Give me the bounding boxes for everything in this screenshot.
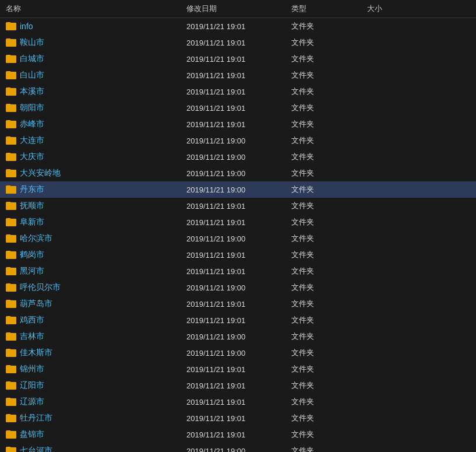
folder-icon [6, 414, 16, 422]
file-name-cell: 白城市 [0, 54, 186, 64]
file-name: 大连市 [20, 135, 44, 146]
table-row[interactable]: 哈尔滨市2019/11/21 19:00文件夹 [0, 230, 476, 247]
file-type: 文件夹 [291, 217, 367, 227]
header-type[interactable]: 类型 [291, 3, 367, 14]
file-date: 2019/11/21 19:00 [186, 185, 291, 194]
table-row[interactable]: 辽阳市2019/11/21 19:01文件夹 [0, 377, 476, 394]
table-row[interactable]: 吉林市2019/11/21 19:00文件夹 [0, 328, 476, 345]
folder-icon [6, 218, 16, 226]
folder-icon [6, 136, 16, 145]
file-type: 文件夹 [291, 397, 367, 407]
file-name: 呼伦贝尔市 [20, 282, 61, 293]
file-type: 文件夹 [291, 413, 367, 423]
file-date: 2019/11/21 19:01 [186, 218, 291, 227]
file-date: 2019/11/21 19:01 [186, 104, 291, 113]
file-name: 七台河市 [20, 446, 52, 452]
file-type: 文件夹 [291, 119, 367, 129]
file-date: 2019/11/21 19:01 [186, 430, 291, 439]
folder-icon [6, 430, 16, 439]
file-name: 鸡西市 [20, 315, 44, 325]
file-date: 2019/11/21 19:01 [186, 398, 291, 407]
folder-icon [6, 104, 16, 112]
file-name-cell: 锦州市 [0, 364, 186, 374]
file-type: 文件夹 [291, 348, 367, 358]
table-row[interactable]: 阜新市2019/11/21 19:01文件夹 [0, 214, 476, 230]
header-date[interactable]: 修改日期 [186, 3, 291, 14]
header-name[interactable]: 名称 [0, 3, 186, 14]
table-row[interactable]: 大兴安岭地2019/11/21 19:00文件夹 [0, 165, 476, 181]
file-name: 哈尔滨市 [20, 233, 52, 244]
folder-icon [6, 185, 16, 194]
table-row[interactable]: 辽源市2019/11/21 19:01文件夹 [0, 394, 476, 410]
table-row[interactable]: 呼伦贝尔市2019/11/21 19:00文件夹 [0, 279, 476, 296]
file-name: 黑河市 [20, 266, 44, 276]
table-row[interactable]: 盘锦市2019/11/21 19:01文件夹 [0, 426, 476, 443]
table-row[interactable]: 丹东市2019/11/21 19:00文件夹 [0, 181, 476, 198]
folder-icon [6, 153, 16, 161]
file-date: 2019/11/21 19:00 [186, 169, 291, 178]
table-row[interactable]: 白山市2019/11/21 19:01文件夹 [0, 67, 476, 83]
file-name-cell: 赤峰市 [0, 119, 186, 129]
table-row[interactable]: 七台河市2019/11/21 19:00文件夹 [0, 443, 476, 452]
file-type: 文件夹 [291, 282, 367, 293]
file-name-cell: 朝阳市 [0, 103, 186, 113]
table-row[interactable]: 鹤岗市2019/11/21 19:01文件夹 [0, 247, 476, 263]
header-size[interactable]: 大小 [367, 3, 425, 14]
table-row[interactable]: 鸡西市2019/11/21 19:01文件夹 [0, 312, 476, 328]
table-row[interactable]: 白城市2019/11/21 19:01文件夹 [0, 51, 476, 67]
file-name: 白山市 [20, 70, 44, 80]
folder-icon [6, 71, 16, 79]
file-name-cell: 鸡西市 [0, 315, 186, 325]
table-row[interactable]: 朝阳市2019/11/21 19:01文件夹 [0, 100, 476, 116]
file-type: 文件夹 [291, 86, 367, 97]
folder-icon [6, 38, 16, 47]
file-date: 2019/11/21 19:01 [186, 38, 291, 47]
folder-icon [6, 169, 16, 177]
folder-icon [6, 316, 16, 324]
file-date: 2019/11/21 19:01 [186, 414, 291, 423]
table-row[interactable]: 赤峰市2019/11/21 19:01文件夹 [0, 116, 476, 132]
table-row[interactable]: 本溪市2019/11/21 19:01文件夹 [0, 83, 476, 100]
file-name-cell: 盘锦市 [0, 429, 186, 440]
folder-icon [6, 365, 16, 373]
table-row[interactable]: 佳木斯市2019/11/21 19:00文件夹 [0, 345, 476, 361]
table-row[interactable]: 黑河市2019/11/21 19:01文件夹 [0, 263, 476, 279]
file-date: 2019/11/21 19:00 [186, 332, 291, 341]
folder-icon [6, 87, 16, 96]
file-manager: 名称 修改日期 类型 大小 info2019/11/21 19:01文件夹鞍山市… [0, 0, 476, 452]
table-row[interactable]: 抚顺市2019/11/21 19:01文件夹 [0, 198, 476, 214]
table-row[interactable]: 锦州市2019/11/21 19:01文件夹 [0, 361, 476, 377]
file-name-cell: 大兴安岭地 [0, 168, 186, 178]
file-name-cell: 本溪市 [0, 86, 186, 97]
file-name-cell: 七台河市 [0, 446, 186, 452]
folder-icon [6, 55, 16, 63]
file-type: 文件夹 [291, 364, 367, 374]
file-type: 文件夹 [291, 135, 367, 146]
file-name: 大庆市 [20, 152, 44, 162]
folder-icon [6, 120, 16, 128]
file-date: 2019/11/21 19:01 [186, 22, 291, 31]
table-row[interactable]: 大连市2019/11/21 19:00文件夹 [0, 132, 476, 149]
file-date: 2019/11/21 19:00 [186, 349, 291, 358]
file-type: 文件夹 [291, 103, 367, 113]
file-name-cell: 葫芦岛市 [0, 299, 186, 309]
file-type: 文件夹 [291, 429, 367, 440]
file-date: 2019/11/21 19:01 [186, 87, 291, 96]
file-type: 文件夹 [291, 250, 367, 260]
file-list[interactable]: info2019/11/21 19:01文件夹鞍山市2019/11/21 19:… [0, 18, 476, 452]
table-row[interactable]: info2019/11/21 19:01文件夹 [0, 18, 476, 34]
file-date: 2019/11/21 19:00 [186, 447, 291, 453]
file-name: info [20, 22, 33, 31]
file-name-cell: 抚顺市 [0, 201, 186, 211]
file-name-cell: 鞍山市 [0, 37, 186, 48]
table-row[interactable]: 大庆市2019/11/21 19:00文件夹 [0, 149, 476, 165]
folder-icon [6, 332, 16, 341]
file-name: 赤峰市 [20, 119, 44, 129]
file-name: 鞍山市 [20, 37, 44, 48]
table-row[interactable]: 葫芦岛市2019/11/21 19:01文件夹 [0, 296, 476, 312]
folder-icon [6, 267, 16, 275]
table-row[interactable]: 鞍山市2019/11/21 19:01文件夹 [0, 34, 476, 51]
file-name-cell: 鹤岗市 [0, 250, 186, 260]
table-row[interactable]: 牡丹江市2019/11/21 19:01文件夹 [0, 410, 476, 426]
file-name: 本溪市 [20, 86, 44, 97]
